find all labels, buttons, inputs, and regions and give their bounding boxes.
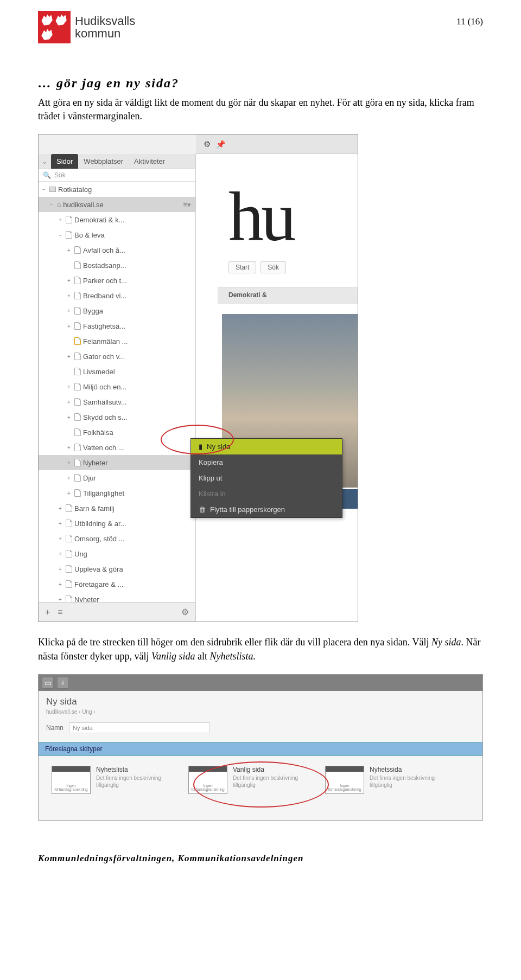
tree-item[interactable]: +Barn & familj [39,501,195,516]
page-footer: Kommunledningsförvaltningen, Kommunikati… [38,853,483,864]
list-icon[interactable]: ≡ [58,607,62,617]
page-number: 11 (16) [456,16,483,27]
logo: Hudiksvalls kommun [38,11,483,43]
sidebar: ⌄ Sidor Webbplatser Aktiviteter 🔍 Sök − … [39,154,196,602]
page-type-card[interactable]: IngenförhandsgranskningNyhetssidaDet fin… [325,766,440,794]
file-icon [66,216,72,223]
file-icon [74,489,81,497]
root-icon [49,187,56,192]
gear-icon[interactable]: ⚙ [181,607,189,617]
tree-item[interactable]: +Bredband vi... [39,288,195,303]
gear-icon[interactable]: ⚙ [204,139,211,149]
type-thumbnail: Ingenförhandsgranskning [325,766,364,794]
tab-aktiviteter[interactable]: Aktiviteter [129,154,170,169]
tree-item[interactable]: +Vatten och ... [39,440,195,455]
context-menu-item[interactable]: ▮Ny sida [191,439,342,454]
file-icon [66,231,72,239]
file-icon [66,550,72,558]
hamburger-icon[interactable]: ≡▾ [183,201,191,209]
context-menu: ▮Ny sidaKopieraKlipp utKlistra in🗑Flytta… [190,438,342,518]
page-type-card[interactable]: IngenförhandsgranskningNyhetslistaDet fi… [52,766,167,794]
file-icon [74,383,81,390]
tree-item[interactable]: -Bo & leva [39,227,195,242]
tree-item[interactable]: +Miljö och en... [39,379,195,394]
tree-item[interactable]: +Tillgänglighet [39,485,195,501]
tree-item[interactable]: +Parker och t... [39,273,195,288]
pin-icon[interactable]: 📌 [216,140,225,149]
file-icon [74,398,81,406]
tree-item[interactable]: +Företagare & ... [39,577,195,592]
tree-item[interactable]: Livsmedel [39,364,195,379]
context-menu-item[interactable]: 🗑Flytta till papperskorgen [191,502,342,517]
tree-item[interactable]: +Uppleva & göra [39,561,195,577]
type-desc: Det finns ingen beskrivning tillgänglig [96,774,167,789]
file-icon [74,322,81,330]
chevron-down-icon[interactable]: ⌄ [39,154,51,169]
file-icon [74,474,81,482]
file-icon [66,565,72,573]
paragraph-2: Klicka på de tre strecken till höger om … [38,636,483,663]
tree-item[interactable]: +Omsorg, stöd ... [39,531,195,546]
tree-item[interactable]: +Nyheter [39,455,195,470]
tree-item[interactable]: +Gator och v... [39,349,195,364]
type-name: Vanlig sida [233,766,303,773]
file-icon [66,580,72,588]
page-tree: − Rotkatalog −⌂ hudiksvall.se ≡▾ +Demokr… [39,182,195,607]
tree-item[interactable]: +Demokrati & k... [39,212,195,227]
tree-item[interactable]: +Utbildning & ar... [39,516,195,531]
file-icon [66,504,72,512]
search-icon: 🔍 [43,171,51,179]
tree-item[interactable]: +Samhällsutv... [39,394,195,409]
add-icon[interactable]: + [45,607,50,617]
tree-site[interactable]: −⌂ hudiksvall.se ≡▾ [39,197,195,212]
tree-item[interactable]: +Ung [39,546,195,561]
minitab-start[interactable]: Start [228,261,256,273]
screenshot-tree-panel: ⚙ 📌 ⌄ Sidor Webbplatser Aktiviteter 🔍 Sö… [38,134,358,622]
context-menu-item[interactable]: Kopiera [191,454,342,470]
breadcrumb-bar: Demokrati & [218,287,358,304]
context-menu-item: Klistra in [191,486,342,502]
file-icon [66,535,72,542]
name-label: Namn [46,724,63,732]
tree-root[interactable]: − Rotkatalog [39,182,195,197]
file-icon [74,261,81,269]
file-icon: ▮ [199,443,202,451]
tree-item[interactable]: +Avfall och å... [39,242,195,258]
tree-item[interactable]: +Bygga [39,303,195,318]
trash-icon: 🗑 [199,505,206,514]
tree-item[interactable]: +Fastighetsä... [39,318,195,334]
add-button[interactable]: + [57,677,69,689]
template-icon[interactable]: ▭ [42,677,54,689]
type-thumbnail: Ingenförhandsgranskning [52,766,91,794]
tree-item[interactable]: Bostadsanp... [39,258,195,273]
sidebar-footer: + ≡ ⚙ [39,602,196,622]
file-icon [74,413,81,421]
minitab-sok[interactable]: Sök [260,261,286,273]
context-menu-item[interactable]: Klipp ut [191,470,342,486]
tree-item[interactable]: Folkhälsa [39,425,195,440]
dialog-title: Ny sida [46,696,475,707]
site-logo-preview: hu [228,176,294,257]
file-icon [74,307,81,315]
file-icon [74,353,81,360]
file-icon [66,520,72,527]
file-icon [74,292,81,299]
file-icon [74,368,81,375]
file-icon [74,459,81,466]
name-input[interactable]: Ny sida [69,722,210,733]
logo-text: Hudiksvalls kommun [75,15,135,40]
file-icon [74,337,81,345]
tab-sidor[interactable]: Sidor [51,154,78,169]
tab-webbplatser[interactable]: Webbplatser [78,154,129,169]
file-icon [74,444,81,451]
logo-icon [38,11,71,43]
suggested-types-header: Föreslagna sidtyper [39,742,482,756]
page-type-card[interactable]: IngenförhandsgranskningVanlig sidaDet fi… [188,766,303,794]
search-input[interactable]: 🔍 Sök [39,169,195,182]
paragraph-1: Att göra en ny sida är väldigt likt de m… [38,96,483,123]
tree-item[interactable]: Felanmälan ... [39,334,195,349]
type-name: Nyhetslista [96,766,167,773]
main-preview: hu Start Sök Demokrati & [196,154,358,622]
tree-item[interactable]: +Djur [39,470,195,485]
tree-item[interactable]: +Skydd och s... [39,409,195,425]
